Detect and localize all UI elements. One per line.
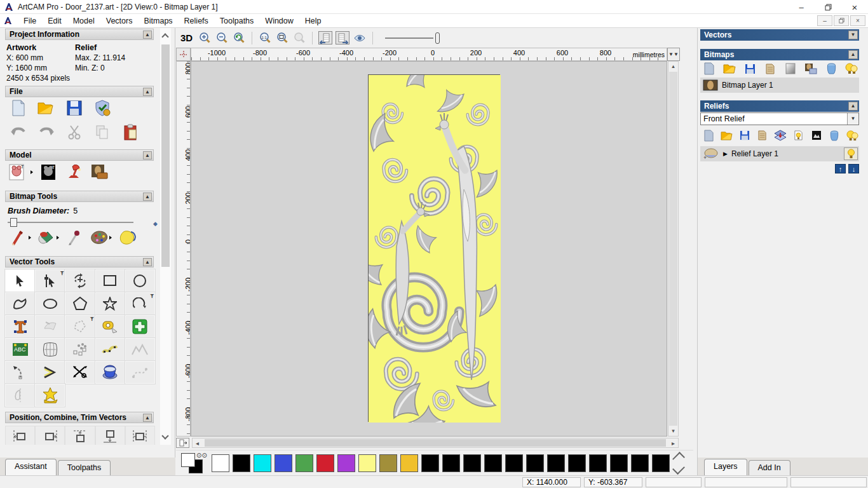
palette-swatch-9[interactable] <box>400 454 418 472</box>
collapse-file-button[interactable]: ▲ <box>143 88 152 96</box>
relief-layer-visibility-button[interactable] <box>844 147 858 160</box>
select-vectors-tool[interactable] <box>5 269 35 292</box>
align-top-tool[interactable] <box>65 426 95 445</box>
transform-vectors-tool[interactable] <box>65 269 95 292</box>
relief-artwork[interactable] <box>368 74 500 422</box>
collapse-bitmaps-button[interactable]: ▲ <box>848 50 858 59</box>
reliefs-panel-header[interactable]: Reliefs ▲ <box>700 100 859 112</box>
vector-tools-header[interactable]: Vector Tools ▲ <box>5 256 154 268</box>
new-relief-layer-icon[interactable] <box>702 128 715 142</box>
menu-vectors[interactable]: Vectors <box>100 15 139 27</box>
zoom-out-icon[interactable] <box>215 31 229 44</box>
menu-edit[interactable]: Edit <box>42 15 67 27</box>
text-block-tool[interactable]: ABC <box>5 338 35 361</box>
open-bitmap-layer-icon[interactable] <box>722 62 737 76</box>
create-star-tool[interactable] <box>95 292 125 315</box>
new-model-icon[interactable] <box>9 99 28 117</box>
bitmap-layer-row[interactable]: Bitmap Layer 1 <box>700 78 859 93</box>
ruler-origin-button[interactable] <box>176 48 191 61</box>
zoom-fit-icon[interactable] <box>275 31 289 44</box>
collapse-model-button[interactable]: ▲ <box>143 151 152 159</box>
menu-help[interactable]: Help <box>299 15 327 27</box>
position-combine-trim-header[interactable]: Position, Combine, Trim Vectors ▲ <box>5 412 154 423</box>
palette-swatch-4[interactable] <box>295 454 313 472</box>
toggle-colour-attenuation-icon[interactable] <box>353 31 367 44</box>
greyscale-from-model-icon[interactable]: T <box>8 163 27 181</box>
next-bitmap-layer-button[interactable] <box>336 31 349 44</box>
palette-swatch-19[interactable] <box>610 454 628 472</box>
paint-tool-icon[interactable] <box>9 229 28 247</box>
align-right-tool[interactable] <box>35 426 65 445</box>
scroll-down-arrow-icon[interactable]: ▾ <box>668 426 678 436</box>
texture-sponge-icon[interactable] <box>118 229 137 247</box>
palette-swatch-6[interactable] <box>337 454 355 472</box>
align-bottom-tool[interactable] <box>95 426 125 445</box>
palette-scroll-down-icon[interactable] <box>672 462 685 475</box>
spline-tool-disabled[interactable] <box>125 361 155 384</box>
menu-reliefs[interactable]: Reliefs <box>179 15 214 27</box>
bitmap-tools-header[interactable]: Bitmap Tools ▲ <box>5 191 154 202</box>
wrap-text-tool-disabled[interactable] <box>35 315 65 338</box>
palette-swatch-14[interactable] <box>505 454 523 472</box>
inverted-greyscale-icon[interactable]: T <box>39 163 58 181</box>
palette-swatch-2[interactable] <box>254 454 271 472</box>
model-flyout-arrow[interactable] <box>31 170 33 174</box>
menu-bitmaps[interactable]: Bitmaps <box>138 15 178 27</box>
toggle-relief-visibility-bulbs-icon[interactable] <box>845 128 859 142</box>
primary-secondary-colour-selector[interactable]: ⊙⊙ <box>180 452 207 475</box>
create-boundary-tool[interactable] <box>95 361 125 384</box>
palette-swatch-13[interactable] <box>484 454 502 472</box>
scroll-left-arrow-icon[interactable]: ◂ <box>193 440 202 447</box>
pan-mode-button[interactable] <box>176 438 189 448</box>
trim-vectors-tool[interactable] <box>65 361 95 384</box>
brush-diameter-slider[interactable] <box>8 218 133 227</box>
mdi-restore-button[interactable] <box>834 15 849 26</box>
collapse-vector-tools-button[interactable]: ▲ <box>143 258 152 266</box>
zoom-in-icon[interactable] <box>198 31 212 44</box>
move-layer-up-button[interactable]: ↑ <box>835 164 846 173</box>
menu-toolpaths[interactable]: Toolpaths <box>214 15 260 27</box>
delete-relief-layer-icon[interactable] <box>827 128 841 142</box>
greyscale-view-icon[interactable] <box>810 128 824 142</box>
model-properties-icon[interactable] <box>93 99 112 117</box>
palette-swatch-0[interactable] <box>212 454 229 472</box>
scroll-up-icon[interactable] <box>161 33 168 40</box>
fit-arcs-tool[interactable] <box>5 361 35 384</box>
scroll-up-arrow-icon[interactable]: ▴ <box>668 62 678 71</box>
brush-slider-thumb[interactable] <box>10 218 17 227</box>
tab-assistant[interactable]: Assistant <box>5 459 57 475</box>
bitmap-to-relief-icon[interactable] <box>803 62 818 76</box>
palette-swatch-17[interactable] <box>568 454 586 472</box>
palette-flyout-arrow[interactable] <box>109 236 112 240</box>
combo-dropdown-icon[interactable]: ▼ <box>847 113 858 125</box>
new-bitmap-layer-icon[interactable] <box>702 62 717 76</box>
block-centre-tool[interactable] <box>125 315 155 338</box>
palette-swatch-8[interactable] <box>379 454 397 472</box>
paste-along-curve-tool[interactable] <box>95 338 125 361</box>
palette-swatch-16[interactable] <box>547 454 565 472</box>
wrap-vectors-tool[interactable] <box>35 384 65 407</box>
palette-swatch-15[interactable] <box>526 454 544 472</box>
join-vectors-tool[interactable] <box>35 361 65 384</box>
tab-layers[interactable]: Layers <box>704 459 747 475</box>
node-editing-tool[interactable]: Ŧ <box>35 269 65 292</box>
tab-add-in[interactable]: Add In <box>749 460 790 475</box>
save-relief-layer-icon[interactable] <box>738 128 752 142</box>
ruler-units-button[interactable]: ▼▼ <box>667 48 680 61</box>
restore-button[interactable] <box>815 0 841 14</box>
assistant-scroll-thumb[interactable] <box>161 44 170 267</box>
menu-file[interactable]: File <box>18 15 42 27</box>
toggle-visibility-bulbs-icon[interactable] <box>844 62 859 76</box>
greyscale-preview-icon[interactable] <box>783 62 798 76</box>
pick-colour-icon[interactable] <box>65 229 84 247</box>
palette-swatch-3[interactable] <box>275 454 292 472</box>
collapse-project-information-button[interactable]: ▲ <box>143 30 152 39</box>
attenuation-slider[interactable] <box>385 32 441 44</box>
mirror-vectors-disabled[interactable] <box>5 384 35 407</box>
create-polygon-tool[interactable] <box>65 292 95 315</box>
fit-vectors-disabled[interactable] <box>125 338 155 361</box>
expand-vectors-button[interactable]: ▼ <box>848 30 858 39</box>
block-paste-tool[interactable] <box>65 338 95 361</box>
create-ellipse-tool[interactable] <box>35 292 65 315</box>
move-layer-down-button[interactable]: ↓ <box>848 164 859 173</box>
